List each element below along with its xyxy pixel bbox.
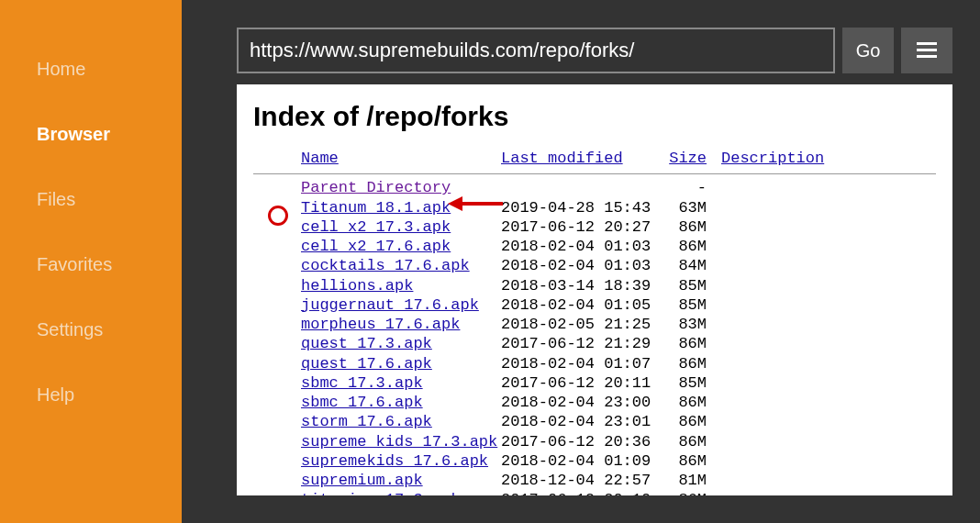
file-row: cocktails 17.6.apk2018-02-04 01:0384M bbox=[301, 256, 936, 275]
size-cell: 86M bbox=[657, 354, 707, 373]
size-cell: 86M bbox=[657, 217, 707, 237]
file-row: supremekids 17.6.apk2018-02-04 01:0986M bbox=[301, 451, 936, 471]
svg-rect-2 bbox=[917, 55, 937, 58]
file-rows: Parent Directory - Titanum 18.1.apk2019-… bbox=[253, 178, 936, 495]
arrow-icon bbox=[448, 196, 503, 211]
file-row: quest 17.6.apk2018-02-04 01:0786M bbox=[301, 354, 936, 373]
sidebar-item-home[interactable]: Home bbox=[0, 37, 182, 102]
mod-cell: 2017-06-12 20:10 bbox=[501, 490, 657, 495]
header-size[interactable]: Size bbox=[669, 150, 707, 167]
size-cell: 86M bbox=[657, 237, 707, 256]
directory-listing: Name Last modified Size Description Pare… bbox=[253, 149, 936, 495]
mod-cell: 2018-02-04 23:00 bbox=[501, 393, 657, 412]
header-name[interactable]: Name bbox=[301, 150, 339, 167]
file-row: sbmc 17.3.apk2017-06-12 20:1185M bbox=[301, 373, 936, 393]
file-row: storm 17.6.apk2018-02-04 23:0186M bbox=[301, 412, 936, 431]
size-cell: 86M bbox=[657, 393, 707, 412]
url-bar-row: Go bbox=[237, 28, 952, 73]
mod-cell: 2018-02-05 21:25 bbox=[501, 315, 657, 334]
file-row: morpheus 17.6.apk2018-02-05 21:2583M bbox=[301, 315, 936, 334]
mod-cell: 2017-06-12 21:29 bbox=[501, 334, 657, 353]
go-button[interactable]: Go bbox=[842, 28, 894, 73]
hamburger-icon bbox=[917, 37, 937, 65]
size-cell: - bbox=[657, 178, 707, 197]
file-row: quest 17.3.apk2017-06-12 21:2986M bbox=[301, 334, 936, 353]
file-link[interactable]: hellions.apk bbox=[301, 276, 501, 295]
size-cell: 85M bbox=[657, 295, 707, 315]
file-link[interactable]: sbmc 17.6.apk bbox=[301, 393, 501, 412]
mod-cell: 2017-06-12 20:27 bbox=[501, 217, 657, 237]
circle-icon bbox=[268, 206, 288, 226]
size-cell: 86M bbox=[657, 432, 707, 451]
listing-header: Name Last modified Size Description bbox=[253, 149, 936, 168]
mod-cell: 2018-02-04 23:01 bbox=[501, 412, 657, 431]
size-cell: 84M bbox=[657, 256, 707, 275]
divider bbox=[253, 173, 936, 174]
mod-cell: 2018-02-04 01:03 bbox=[501, 256, 657, 275]
file-link[interactable]: juggernaut 17.6.apk bbox=[301, 295, 501, 315]
file-row: juggernaut 17.6.apk2018-02-04 01:0585M bbox=[301, 295, 936, 315]
file-row: cell x2 17.6.apk2018-02-04 01:0386M bbox=[301, 237, 936, 256]
parent-directory-row: Parent Directory - bbox=[301, 178, 936, 197]
file-row: titanium 17.3.apk2017-06-12 20:1086M bbox=[301, 490, 936, 495]
main-area: Go Index of /repo/forks Name Last modifi… bbox=[182, 0, 980, 523]
url-input[interactable] bbox=[237, 28, 835, 73]
sidebar-item-favorites[interactable]: Favorites bbox=[0, 232, 182, 297]
file-link[interactable]: storm 17.6.apk bbox=[301, 412, 501, 431]
file-link[interactable]: titanium 17.3.apk bbox=[301, 490, 501, 495]
file-row: sbmc 17.6.apk2018-02-04 23:0086M bbox=[301, 393, 936, 412]
mod-cell: 2018-02-04 01:09 bbox=[501, 451, 657, 471]
menu-button[interactable] bbox=[901, 28, 952, 73]
size-cell: 81M bbox=[657, 471, 707, 490]
size-cell: 86M bbox=[657, 334, 707, 353]
size-cell: 86M bbox=[657, 451, 707, 471]
mod-cell: 2017-06-12 20:11 bbox=[501, 373, 657, 393]
size-cell: 85M bbox=[657, 276, 707, 295]
file-link[interactable]: quest 17.6.apk bbox=[301, 354, 501, 373]
file-link[interactable]: cell x2 17.3.apk bbox=[301, 217, 501, 237]
mod-cell: 2019-04-28 15:43 bbox=[501, 198, 657, 217]
mod-cell: 2018-03-14 18:39 bbox=[501, 276, 657, 295]
size-cell: 85M bbox=[657, 373, 707, 393]
file-link[interactable]: cell x2 17.6.apk bbox=[301, 237, 501, 256]
file-link[interactable]: sbmc 17.3.apk bbox=[301, 373, 501, 393]
file-row: Titanum 18.1.apk2019-04-28 15:4363M bbox=[301, 198, 936, 217]
mod-cell: 2018-02-04 01:05 bbox=[501, 295, 657, 315]
mod-cell: 2018-12-04 22:57 bbox=[501, 471, 657, 490]
sidebar-item-settings[interactable]: Settings bbox=[0, 297, 182, 362]
header-description[interactable]: Description bbox=[721, 150, 824, 167]
file-link[interactable]: morpheus 17.6.apk bbox=[301, 315, 501, 334]
file-link[interactable]: quest 17.3.apk bbox=[301, 334, 501, 353]
header-modified[interactable]: Last modified bbox=[501, 150, 623, 167]
sidebar-item-browser[interactable]: Browser bbox=[0, 102, 182, 167]
file-link[interactable]: supremium.apk bbox=[301, 471, 501, 490]
browser-content: Index of /repo/forks Name Last modified … bbox=[237, 84, 952, 495]
page-title: Index of /repo/forks bbox=[253, 101, 936, 132]
parent-directory-link[interactable]: Parent Directory bbox=[301, 178, 501, 197]
file-row: supremium.apk2018-12-04 22:5781M bbox=[301, 471, 936, 490]
file-link[interactable]: supreme kids 17.3.apk bbox=[301, 432, 501, 451]
file-link[interactable]: supremekids 17.6.apk bbox=[301, 451, 501, 471]
size-cell: 83M bbox=[657, 315, 707, 334]
size-cell: 86M bbox=[657, 412, 707, 431]
size-cell: 86M bbox=[657, 490, 707, 495]
sidebar-item-files[interactable]: Files bbox=[0, 167, 182, 232]
svg-rect-0 bbox=[917, 42, 937, 45]
mod-cell: 2018-02-04 01:03 bbox=[501, 237, 657, 256]
file-link[interactable]: cocktails 17.6.apk bbox=[301, 256, 501, 275]
mod-cell: 2018-02-04 01:07 bbox=[501, 354, 657, 373]
file-row: cell x2 17.3.apk2017-06-12 20:2786M bbox=[301, 217, 936, 237]
mod-cell bbox=[501, 178, 657, 197]
sidebar: Home Browser Files Favorites Settings He… bbox=[0, 0, 182, 523]
size-cell: 63M bbox=[657, 198, 707, 217]
file-row: supreme kids 17.3.apk2017-06-12 20:3686M bbox=[301, 432, 936, 451]
mod-cell: 2017-06-12 20:36 bbox=[501, 432, 657, 451]
sidebar-item-help[interactable]: Help bbox=[0, 362, 182, 428]
file-row: hellions.apk2018-03-14 18:3985M bbox=[301, 276, 936, 295]
svg-rect-1 bbox=[917, 49, 937, 51]
